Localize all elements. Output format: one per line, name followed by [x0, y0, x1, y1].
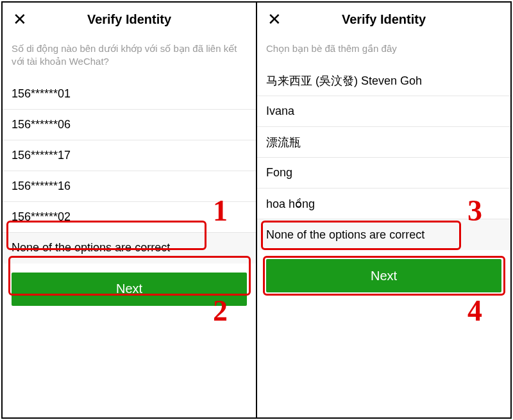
- next-button-wrap: Next: [3, 264, 256, 315]
- option-item[interactable]: 漂流瓶: [257, 127, 510, 158]
- option-item[interactable]: 156******02: [3, 202, 256, 233]
- option-item[interactable]: 156******16: [3, 171, 256, 202]
- options-list: 156******01 156******06 156******17 156*…: [3, 79, 256, 233]
- panel-friend-verify: ✕ Verify Identity Chọn bạn bè đã thêm gầ…: [257, 3, 510, 417]
- option-none-correct[interactable]: None of the options are correct: [3, 233, 256, 264]
- next-button-wrap: Next: [257, 250, 510, 301]
- option-none-correct[interactable]: None of the options are correct: [257, 219, 510, 250]
- page-title: Verify Identity: [3, 12, 256, 27]
- prompt-text: Chọn bạn bè đã thêm gần đây: [257, 36, 510, 65]
- screenshot-container: ✕ Verify Identity Số di động nào bên dướ…: [1, 1, 512, 419]
- close-icon[interactable]: ✕: [10, 8, 29, 30]
- page-title: Verify Identity: [257, 12, 510, 27]
- close-icon[interactable]: ✕: [265, 8, 284, 30]
- option-item[interactable]: hoa hồng: [257, 189, 510, 219]
- header: ✕ Verify Identity: [257, 3, 510, 36]
- next-button[interactable]: Next: [266, 259, 501, 292]
- options-list: 马来西亚 (吳汶發) Steven Goh Ivana 漂流瓶 Fong hoa…: [257, 65, 510, 219]
- option-item[interactable]: Ivana: [257, 96, 510, 127]
- option-item[interactable]: 156******06: [3, 110, 256, 140]
- header: ✕ Verify Identity: [3, 3, 256, 36]
- next-button[interactable]: Next: [12, 273, 247, 306]
- prompt-text: Số di động nào bên dưới khớp với số bạn …: [3, 36, 256, 79]
- option-item[interactable]: 马来西亚 (吳汶發) Steven Goh: [257, 65, 510, 96]
- panel-phone-verify: ✕ Verify Identity Số di động nào bên dướ…: [3, 3, 257, 417]
- option-item[interactable]: 156******17: [3, 140, 256, 171]
- option-item[interactable]: 156******01: [3, 79, 256, 110]
- option-item[interactable]: Fong: [257, 158, 510, 189]
